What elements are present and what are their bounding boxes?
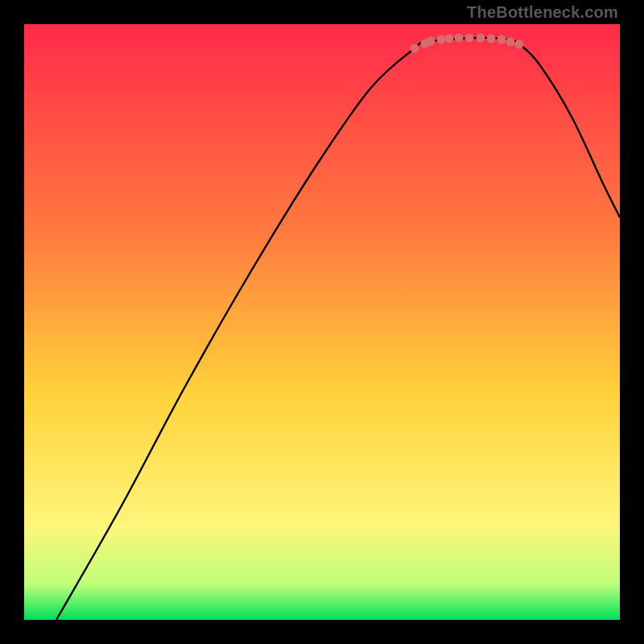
pink-dot	[465, 34, 474, 43]
pink-dot	[437, 35, 446, 44]
pink-dot	[506, 38, 515, 47]
pink-dot	[477, 34, 485, 43]
pink-dot	[411, 44, 419, 53]
chart-frame	[24, 24, 620, 620]
pink-dot	[487, 35, 496, 43]
watermark-text: TheBottleneck.com	[467, 3, 618, 22]
gradient-background	[24, 24, 620, 620]
chart-svg	[24, 24, 620, 620]
pink-dot	[515, 40, 524, 49]
pink-dot	[445, 35, 454, 43]
pink-dot	[497, 35, 506, 44]
pink-dot	[427, 37, 436, 46]
pink-dot	[455, 34, 464, 43]
